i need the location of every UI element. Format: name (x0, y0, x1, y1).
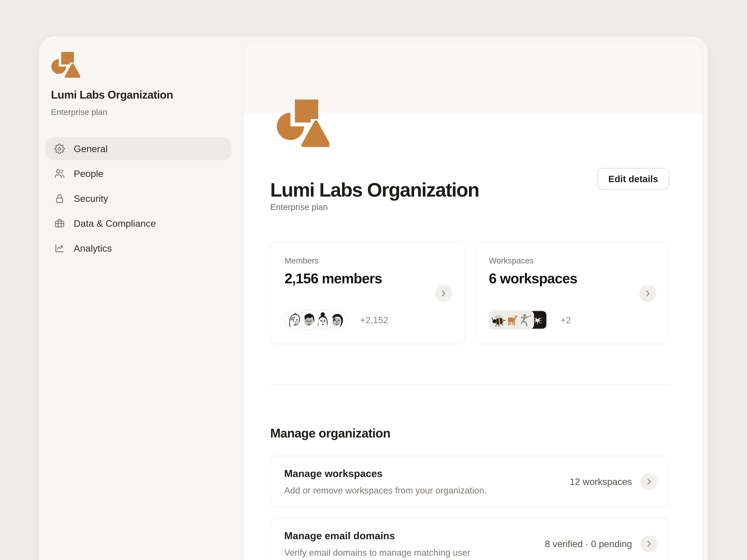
manage-email-domains-row[interactable]: Manage email domains Verify email domain… (270, 518, 669, 560)
manage-row-value: 8 verified · 0 pending (545, 539, 632, 549)
workspaces-card[interactable]: Workspaces 6 workspaces (474, 242, 669, 344)
sidebar-nav: General People Security (45, 137, 231, 262)
workspace-bee-icon (489, 310, 508, 329)
members-chevron-button[interactable] (435, 285, 452, 302)
sidebar-org-name: Lumi Labs Organization (51, 88, 234, 101)
sidebar-item-data-compliance[interactable]: Data & Compliance (45, 212, 231, 235)
manage-workspaces-chevron-button[interactable] (641, 473, 657, 490)
members-avatars-row: +2,152 (285, 309, 388, 331)
chevron-right-icon (644, 539, 653, 548)
manage-email-domains-chevron-button[interactable] (641, 535, 657, 552)
manage-email-domains-text: Manage email domains Verify email domain… (284, 530, 470, 558)
lock-icon (54, 193, 65, 204)
main-panel: Lumi Labs Organization Edit details Ente… (244, 42, 702, 560)
members-card-label: Members (285, 256, 319, 265)
members-card[interactable]: Members 2,156 members (270, 242, 465, 344)
chevron-right-icon (644, 477, 653, 486)
members-overflow-count: +2,152 (360, 315, 388, 325)
workspaces-tiles-row: +2 (489, 309, 571, 331)
manage-workspaces-row[interactable]: Manage workspaces Add or remove workspac… (270, 456, 669, 507)
avatar-face-light-hair-icon (285, 310, 305, 330)
sidebar: Lumi Labs Organization Enterprise plan G… (39, 36, 244, 560)
manage-email-domains-meta: 8 verified · 0 pending (545, 535, 657, 552)
chevron-right-icon (439, 289, 448, 298)
workspaces-card-value: 6 workspaces (489, 270, 577, 287)
sidebar-item-security[interactable]: Security (45, 187, 231, 210)
members-card-value: 2,156 members (285, 270, 382, 287)
manage-workspaces-text: Manage workspaces Add or remove workspac… (284, 468, 487, 496)
plan-label: Enterprise plan (270, 202, 328, 212)
sidebar-item-analytics[interactable]: Analytics (45, 237, 231, 260)
workspaces-overflow-count: +2 (561, 315, 571, 325)
sidebar-item-label: Security (74, 193, 108, 204)
sidebar-item-people[interactable]: People (45, 162, 231, 185)
manage-row-description: Verify email domains to manage matching … (284, 548, 470, 558)
org-logo-large-icon (277, 99, 329, 148)
manage-section-title: Manage organization (270, 426, 390, 441)
manage-row-value: 12 workspaces (570, 476, 632, 487)
workspaces-chevron-button[interactable] (639, 285, 656, 302)
sidebar-item-label: General (74, 143, 108, 154)
gear-icon (54, 143, 65, 154)
briefcase-icon (54, 218, 65, 229)
users-icon (54, 168, 65, 179)
org-logo-icon (51, 52, 80, 78)
edit-details-button[interactable]: Edit details (597, 168, 669, 190)
sidebar-item-label: Data & Compliance (74, 218, 156, 229)
sidebar-org-plan: Enterprise plan (51, 107, 107, 117)
page-title: Lumi Labs Organization (270, 179, 479, 201)
manage-row-title: Manage email domains (284, 530, 470, 541)
manage-row-description: Add or remove workspaces from your organ… (284, 485, 487, 496)
manage-row-title: Manage workspaces (284, 468, 487, 479)
sidebar-item-general[interactable]: General (45, 137, 231, 160)
stats-row: Members 2,156 members (270, 242, 669, 344)
sidebar-item-label: Analytics (74, 243, 112, 254)
app-window: Lumi Labs Organization Enterprise plan G… (39, 36, 708, 560)
workspaces-card-label: Workspaces (489, 256, 534, 265)
manage-workspaces-meta: 12 workspaces (570, 473, 657, 490)
chevron-right-icon (643, 289, 652, 298)
page-background: Lumi Labs Organization Enterprise plan G… (0, 0, 747, 560)
chart-trend-icon (54, 243, 65, 254)
section-divider (270, 384, 669, 384)
sidebar-item-label: People (74, 168, 103, 179)
